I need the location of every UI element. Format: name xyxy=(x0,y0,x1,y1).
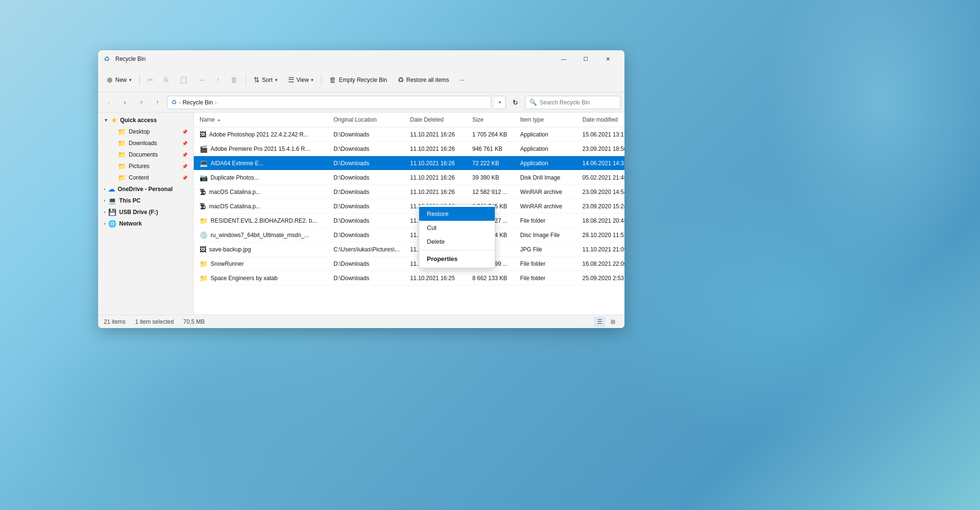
file-size: 39 390 KB xyxy=(472,174,499,181)
back-button[interactable]: ‹ xyxy=(102,96,115,109)
pictures-label: Pictures xyxy=(129,163,179,170)
table-row[interactable]: 🗜macOS Catalina.p...D:\Downloads11.10.20… xyxy=(194,185,624,199)
sidebar-item-content[interactable]: 📁 Content 📌 xyxy=(113,172,191,183)
file-size: 1 705 264 KB xyxy=(472,131,507,138)
file-type: Application xyxy=(520,131,548,138)
paste-button[interactable]: 📋 xyxy=(174,73,193,87)
share-icon: ↑ xyxy=(216,76,220,84)
col-header-modified[interactable]: Date modified xyxy=(580,114,624,125)
context-item-restore[interactable]: Restore xyxy=(419,207,495,221)
delete-button[interactable]: 🗑 xyxy=(226,73,243,87)
view-button[interactable]: ☰ View ▾ xyxy=(283,73,319,87)
usb-header[interactable]: › 💾 USB Drive (F:) xyxy=(100,206,191,218)
network-header[interactable]: › 🌐 Network xyxy=(100,218,191,229)
table-row[interactable]: 📁SnowRunnerD:\Downloads11.10.2021 16:252… xyxy=(194,257,624,271)
delete-icon: 🗑 xyxy=(231,76,238,84)
file-modified: 23.09.2020 15:24 xyxy=(582,203,624,210)
col-header-deleted[interactable]: Date Deleted xyxy=(408,114,470,125)
file-location: D:\Downloads xyxy=(334,203,369,210)
forward-button[interactable]: › xyxy=(118,96,132,109)
tiles-view-button[interactable]: ⊞ xyxy=(607,317,619,327)
this-pc-header[interactable]: › 💻 This PC xyxy=(100,195,191,206)
quick-access-header[interactable]: ▼ ★ Quick access xyxy=(100,114,191,126)
onedrive-icon: ☁ xyxy=(108,185,115,193)
address-dropdown-button[interactable]: ▾ xyxy=(494,96,506,109)
empty-recycle-bin-label: Empty Recycle Bin xyxy=(339,77,387,83)
minimize-button[interactable]: — xyxy=(553,50,575,68)
file-list[interactable]: Name ▲ Original Location Date Deleted Si… xyxy=(194,113,624,315)
quick-access-items: 📁 Desktop 📌 📁 Downloads 📌 📁 Documents 📌 … xyxy=(98,126,193,183)
file-icon: 🗜 xyxy=(200,203,206,210)
table-row[interactable]: 🖼save-backup.jpgC:\Users\lukas\Pictures\… xyxy=(194,242,624,257)
copy-icon: ⎘ xyxy=(164,76,168,84)
table-row[interactable]: 🎬Adobe Premiere Pro 2021 15.4.1.6 R...D:… xyxy=(194,142,624,156)
table-row[interactable]: 💻AIDA64 Extreme E...D:\Downloads11.10.20… xyxy=(194,156,624,170)
col-header-size[interactable]: Size xyxy=(470,114,518,125)
col-header-location[interactable]: Original Location xyxy=(332,114,408,125)
table-row[interactable]: 🖼Adobe Photoshop 2021 22.4.2.242 R...D:\… xyxy=(194,127,624,142)
network-expand-icon: › xyxy=(104,221,105,226)
file-location: D:\Downloads xyxy=(334,275,369,282)
documents-pin-icon: 📌 xyxy=(182,152,188,158)
sidebar-item-downloads[interactable]: 📁 Downloads 📌 xyxy=(113,137,191,149)
table-row[interactable]: 📁RESIDENT.EVIL.2.BIOHAZARD.RE2. b...D:\D… xyxy=(194,214,624,228)
col-deleted-label: Date Deleted xyxy=(410,116,444,123)
sidebar-item-documents[interactable]: 📁 Documents 📌 xyxy=(113,149,191,160)
downloads-label: Downloads xyxy=(129,140,179,147)
file-location: D:\Downloads xyxy=(334,160,369,167)
table-row[interactable]: 🗜macOS Catalina.p...D:\Downloads11.10.20… xyxy=(194,199,624,214)
onedrive-header[interactable]: › ☁ OneDrive - Personal xyxy=(100,183,191,195)
onedrive-label: OneDrive - Personal xyxy=(118,186,173,193)
table-row[interactable]: 📷Duplicate Photos...D:\Downloads11.10.20… xyxy=(194,170,624,185)
file-type: Application xyxy=(520,146,548,152)
copy-button[interactable]: ⎘ xyxy=(159,73,173,87)
up-button[interactable]: ↑ xyxy=(151,96,164,109)
file-icon: 📁 xyxy=(200,260,208,268)
sort-button[interactable]: ⇅ Sort ▾ xyxy=(249,73,282,87)
file-icon: 📁 xyxy=(200,274,208,282)
file-deleted: 11.10.2021 16:26 xyxy=(410,131,455,138)
file-modified: 28.10.2020 11:53 xyxy=(582,232,624,238)
toolbar-sep-2 xyxy=(245,74,246,86)
context-item-delete[interactable]: Delete xyxy=(419,235,495,249)
table-row[interactable]: 📁Space Engineers by xatabD:\Downloads11.… xyxy=(194,271,624,285)
search-icon: 🔍 xyxy=(529,99,537,106)
col-header-type[interactable]: Item type xyxy=(518,114,580,125)
move-button[interactable]: ↔ xyxy=(194,73,211,87)
file-location: D:\Downloads xyxy=(334,217,369,224)
file-deleted: 11.10.2021 16:26 xyxy=(410,146,455,152)
maximize-button[interactable]: ☐ xyxy=(575,50,597,68)
search-box[interactable]: 🔍 xyxy=(525,96,621,109)
context-item-properties[interactable]: Properties xyxy=(419,252,495,266)
col-header-name[interactable]: Name ▲ xyxy=(198,114,332,125)
details-view-button[interactable]: ☰ xyxy=(594,317,605,327)
search-input[interactable] xyxy=(540,99,616,106)
desktop-folder-icon: 📁 xyxy=(117,128,126,136)
file-modified: 23.09.2021 18:50 xyxy=(582,146,624,152)
sidebar-item-pictures[interactable]: 📁 Pictures 📌 xyxy=(113,160,191,172)
empty-recycle-bin-button[interactable]: 🗑 Empty Recycle Bin xyxy=(324,73,392,87)
new-button[interactable]: ⊕ New ▾ xyxy=(102,73,136,87)
new-chevron-icon: ▾ xyxy=(129,78,132,82)
restore-all-button[interactable]: ♻ Restore all items xyxy=(393,73,454,87)
file-name: Duplicate Photos... xyxy=(211,174,259,181)
restore-all-label: Restore all items xyxy=(406,77,449,83)
file-rows-container: 🖼Adobe Photoshop 2021 22.4.2.242 R...D:\… xyxy=(194,127,624,285)
cut-button[interactable]: ✂ xyxy=(143,73,158,87)
quick-access-label: Quick access xyxy=(120,117,157,124)
onedrive-expand-icon: › xyxy=(104,187,105,192)
context-item-cut[interactable]: Cut xyxy=(419,221,495,235)
sidebar-item-desktop[interactable]: 📁 Desktop 📌 xyxy=(113,126,191,137)
file-size: 12 582 912 ... xyxy=(472,189,507,195)
more-button[interactable]: ··· xyxy=(455,74,469,86)
file-name: RESIDENT.EVIL.2.BIOHAZARD.RE2. b... xyxy=(211,217,317,224)
file-icon: 🖼 xyxy=(200,131,206,138)
address-box[interactable]: ♻ › Recycle Bin › xyxy=(167,96,491,109)
recent-button[interactable]: ▾ xyxy=(134,96,148,109)
file-icon: 💻 xyxy=(200,159,208,167)
close-button[interactable]: ✕ xyxy=(597,50,619,68)
refresh-button[interactable]: ↻ xyxy=(509,96,522,109)
table-row[interactable]: 💿ru_windows7_64bit_Ultimate_msdn_...D:\D… xyxy=(194,228,624,242)
col-type-label: Item type xyxy=(520,116,544,123)
share-button[interactable]: ↑ xyxy=(212,73,225,87)
